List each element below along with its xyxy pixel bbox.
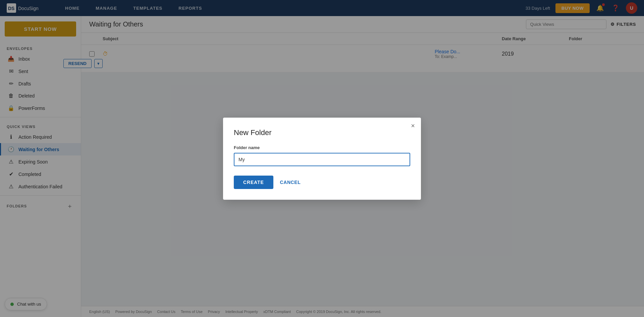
cancel-button[interactable]: CANCEL <box>277 176 304 189</box>
create-button[interactable]: CREATE <box>234 176 273 189</box>
folder-name-input[interactable] <box>234 153 410 166</box>
modal-close-button[interactable]: × <box>411 122 415 129</box>
close-icon: × <box>411 122 415 129</box>
modal-actions: CREATE CANCEL <box>234 176 410 189</box>
modal-overlay[interactable]: × New Folder Folder name CREATE CANCEL <box>0 0 644 317</box>
new-folder-modal: × New Folder Folder name CREATE CANCEL <box>223 118 421 200</box>
folder-name-label: Folder name <box>234 145 410 150</box>
modal-title: New Folder <box>234 128 410 137</box>
